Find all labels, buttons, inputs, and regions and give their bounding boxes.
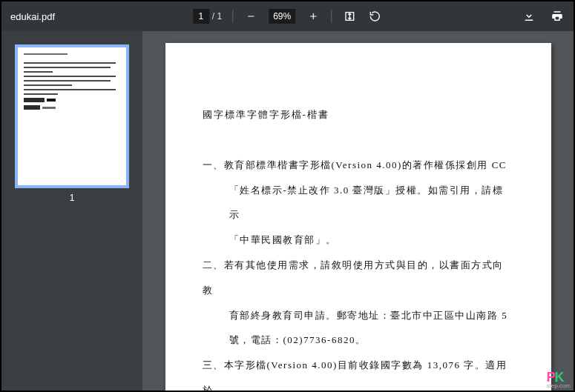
- zoom-in-button[interactable]: [306, 9, 321, 24]
- zoom-out-button[interactable]: [243, 9, 258, 24]
- paragraph-1-line-b: 「姓名標示-禁止改作 3.0 臺灣版」授權。如需引用，請標示: [203, 178, 514, 228]
- plus-icon: [308, 11, 318, 21]
- thumbnail-item[interactable]: 1: [15, 44, 129, 203]
- page-number-input[interactable]: 1: [193, 9, 209, 24]
- toolbar-separator: [331, 10, 332, 23]
- paragraph-2-line-b: 育部終身教育司申請。郵寄地址：臺北市中正區中山南路 5: [203, 303, 514, 328]
- rotate-button[interactable]: [367, 9, 382, 24]
- toolbar-separator: [232, 10, 233, 23]
- toolbar-center: 1 / 1 69%: [193, 1, 382, 31]
- watermark-sub: step.com: [547, 382, 571, 389]
- thumbnail-sidebar: 1: [1, 31, 142, 391]
- page-thumbnail[interactable]: [15, 44, 129, 188]
- pdf-page: 國字標準字體字形檔-楷書 一、教育部標準楷書字形檔(Version 4.00)的…: [165, 43, 551, 391]
- doc-title: 國字標準字體字形檔-楷書: [203, 102, 514, 127]
- fit-icon: [344, 10, 355, 22]
- watermark: PK step.com: [547, 370, 571, 389]
- paragraph-1-line-a: 一、教育部標準楷書字形檔(Version 4.00)的著作權係採創用 CC: [203, 153, 514, 178]
- page-total-label: / 1: [212, 11, 222, 21]
- toolbar-right: [522, 9, 565, 24]
- thumbnail-page-number: 1: [70, 193, 75, 203]
- minus-icon: [246, 11, 256, 21]
- paragraph-1-line-c: 「中華民國教育部」。: [203, 227, 514, 253]
- paragraph-2-line-a: 二、若有其他使用需求，請敘明使用方式與目的，以書面方式向教: [203, 253, 514, 303]
- paragraph-3-line-a: 三、本字形檔(Version 4.00)目前收錄國字數為 13,076 字。適用…: [203, 353, 514, 391]
- print-icon: [551, 10, 564, 23]
- zoom-level[interactable]: 69%: [269, 9, 295, 24]
- rotate-icon: [369, 10, 381, 22]
- download-icon: [522, 10, 536, 23]
- page-viewport[interactable]: 國字標準字體字形檔-楷書 一、教育部標準楷書字形檔(Version 4.00)的…: [142, 31, 574, 391]
- page-indicator: 1 / 1: [193, 9, 222, 24]
- filename-label: edukai.pdf: [10, 11, 55, 22]
- paragraph-2-line-c: 號，電話：(02)7736-6820。: [203, 328, 514, 353]
- fit-page-button[interactable]: [342, 9, 357, 24]
- pdf-toolbar: edukai.pdf 1 / 1 69%: [1, 1, 574, 31]
- print-button[interactable]: [550, 9, 565, 24]
- download-button[interactable]: [522, 9, 536, 24]
